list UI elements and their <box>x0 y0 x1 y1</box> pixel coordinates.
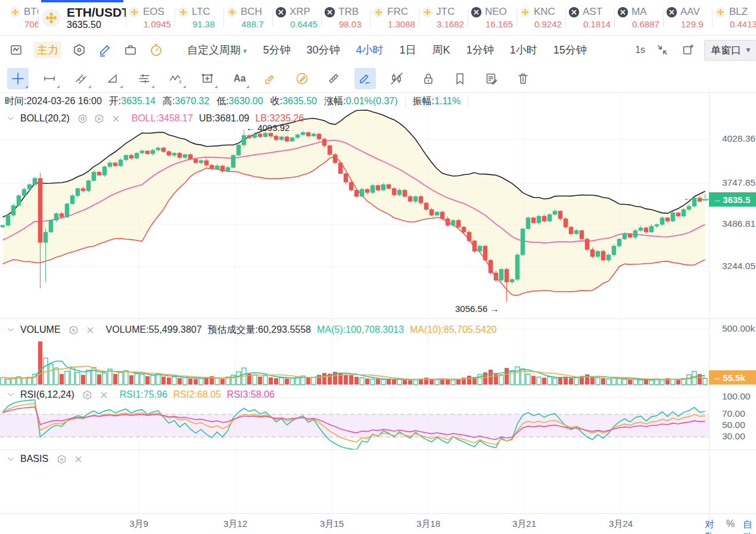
tool-dropdown-arrow[interactable] <box>57 85 60 88</box>
chevron-down-icon[interactable] <box>6 325 15 335</box>
ticker-tab-frc[interactable]: FRC1.3088 <box>371 0 419 35</box>
badge-tick: – <box>715 373 720 383</box>
ticker-tab-bch[interactable]: BCH488.7 <box>224 0 272 35</box>
tool-text-button[interactable]: Aa <box>228 68 250 89</box>
binance-icon <box>129 7 140 18</box>
tool-dropdown-arrow[interactable] <box>88 85 91 88</box>
ticker-tab-xrp[interactable]: XRP0.6445 <box>273 0 321 35</box>
indicator-value: RSI2:68.05 <box>173 389 221 400</box>
rsi-axis-label: 50.00 <box>722 420 745 430</box>
tool-delete-button[interactable] <box>512 68 534 89</box>
tool-dropdown-arrow[interactable] <box>151 85 154 88</box>
close-icon[interactable] <box>97 388 111 401</box>
coin-icon <box>666 7 677 18</box>
info-value: 3670.32 <box>175 96 210 106</box>
chevron-down-icon[interactable] <box>6 114 15 123</box>
settings-gear-icon[interactable] <box>67 323 81 336</box>
tool-dropdown-arrow[interactable] <box>25 85 28 88</box>
period-button-6[interactable]: 1分钟 <box>466 43 494 57</box>
ticker-tab-knc[interactable]: KNC0.9242 <box>517 0 565 35</box>
volume-axis-label: 500.00k <box>722 323 755 334</box>
period-button-4[interactable]: 1日 <box>400 43 416 57</box>
drawing-toolbar: 3Aa <box>0 64 756 93</box>
ticker-symbol: EOS <box>143 6 164 18</box>
tool-candle-pattern-button[interactable] <box>386 68 407 89</box>
edit-pencil-icon[interactable] <box>97 42 113 58</box>
tool-triangle-button[interactable] <box>102 68 123 89</box>
chevron-down-icon[interactable] <box>6 390 15 399</box>
chart-style-icon[interactable] <box>8 42 24 58</box>
ticker-tab-blz[interactable]: BLZ0.4413 <box>713 0 756 35</box>
add-pane-icon[interactable] <box>680 42 696 58</box>
visibility-eye-icon[interactable] <box>76 112 90 125</box>
close-icon[interactable] <box>109 112 123 125</box>
info-label: 开: <box>109 96 121 106</box>
tool-lock-button[interactable] <box>418 68 439 89</box>
seconds-label[interactable]: 1s <box>635 45 645 55</box>
timer-gauge-icon[interactable] <box>148 42 164 58</box>
tool-bookmark-button[interactable] <box>449 68 471 89</box>
tool-order-list-button[interactable] <box>481 68 502 89</box>
window-mode-button[interactable]: 单窗口 ▼ <box>704 40 756 61</box>
settings-gear-icon[interactable] <box>92 112 107 125</box>
window-mode-label: 单窗口 <box>711 43 741 57</box>
tool-fib-box-button[interactable] <box>197 68 218 89</box>
orders-briefcase-icon[interactable] <box>123 42 138 58</box>
tool-fib-circle-button[interactable] <box>291 68 313 89</box>
tool-brush-button[interactable] <box>354 68 376 89</box>
ticker-tab-ma[interactable]: MA0.6887 <box>615 0 663 35</box>
ticker-price: 488.7 <box>226 19 270 29</box>
ticker-tab-eos[interactable]: EOS1.0945 <box>126 0 175 35</box>
ticker-symbol: BLZ <box>729 6 748 18</box>
binance-icon <box>178 7 189 18</box>
ticker-tab-ltc[interactable]: LTC91.38 <box>175 0 223 35</box>
parallel-channel-icon <box>137 71 151 86</box>
period-button-7[interactable]: 1小时 <box>510 43 537 57</box>
order-list-icon <box>484 71 499 86</box>
ticker-tab-eth-usdt[interactable]: ETH/USDT3635.50 <box>39 0 126 35</box>
tool-elliott-wave-button[interactable]: 3 <box>165 68 186 89</box>
timeframe-toolbar: 主力 自定义周期▾5分钟30分钟4小时1日周K1分钟1小时15分钟 1s 单窗口… <box>0 36 756 65</box>
close-icon[interactable] <box>83 323 98 336</box>
triangle-icon <box>105 71 120 86</box>
auto-scale-toggle[interactable]: 自动 <box>743 519 756 534</box>
ticker-tab-ast[interactable]: AST0.1814 <box>566 0 614 35</box>
period-button-0[interactable]: 自定义周期▾ <box>187 43 247 57</box>
main-force-button[interactable]: 主力 <box>34 42 61 58</box>
percent-scale-toggle[interactable]: % <box>726 519 735 534</box>
period-button-5[interactable]: 周K <box>433 43 450 57</box>
tool-dropdown-arrow[interactable] <box>120 85 123 88</box>
period-button-2[interactable]: 30分钟 <box>307 43 340 57</box>
ticker-tab-btc[interactable]: BTC70677.9 <box>7 0 38 35</box>
fib-circle-icon <box>295 71 309 86</box>
tool-dropdown-arrow[interactable] <box>246 85 249 88</box>
chevron-down-icon[interactable] <box>6 454 15 464</box>
tool-dropdown-arrow[interactable] <box>183 85 186 88</box>
ticker-price: 1.3088 <box>373 19 416 29</box>
log-scale-toggle[interactable]: 对数 <box>705 519 718 534</box>
settings-gear-icon[interactable] <box>54 452 69 466</box>
period-button-8[interactable]: 15分钟 <box>553 43 587 57</box>
structure-icon[interactable] <box>71 42 87 58</box>
info-label: 收: <box>270 96 282 106</box>
tool-parallel-channel-button[interactable] <box>133 68 155 89</box>
ticker-tab-aav[interactable]: AAV129.9 <box>664 0 712 35</box>
tool-fib-retracement-button[interactable] <box>260 68 281 89</box>
period-label: 1分钟 <box>466 44 494 56</box>
current-price-badge: – 3635.5 <box>709 192 756 207</box>
tool-crosshair-button[interactable] <box>7 68 29 89</box>
tool-horizontal-line-button[interactable] <box>39 68 60 89</box>
collapse-icon[interactable] <box>655 42 670 58</box>
close-icon[interactable] <box>71 452 85 466</box>
tool-dropdown-arrow[interactable] <box>214 85 217 88</box>
ticker-tab-trb[interactable]: TRB98.03 <box>322 0 370 35</box>
settings-gear-icon[interactable] <box>80 388 95 401</box>
period-button-1[interactable]: 5分钟 <box>263 43 291 57</box>
ticker-tab-neo[interactable]: NEO16.165 <box>468 0 517 35</box>
info-label: 涨幅: <box>324 96 346 106</box>
ticker-tab-jtc[interactable]: JTC3.1682 <box>419 0 468 35</box>
indicator-value: VOLUME:55,499.3807 <box>106 324 202 335</box>
tool-trend-line-button[interactable] <box>70 68 92 89</box>
period-button-3[interactable]: 4小时 <box>356 43 384 57</box>
tool-ruler-button[interactable] <box>323 68 344 89</box>
